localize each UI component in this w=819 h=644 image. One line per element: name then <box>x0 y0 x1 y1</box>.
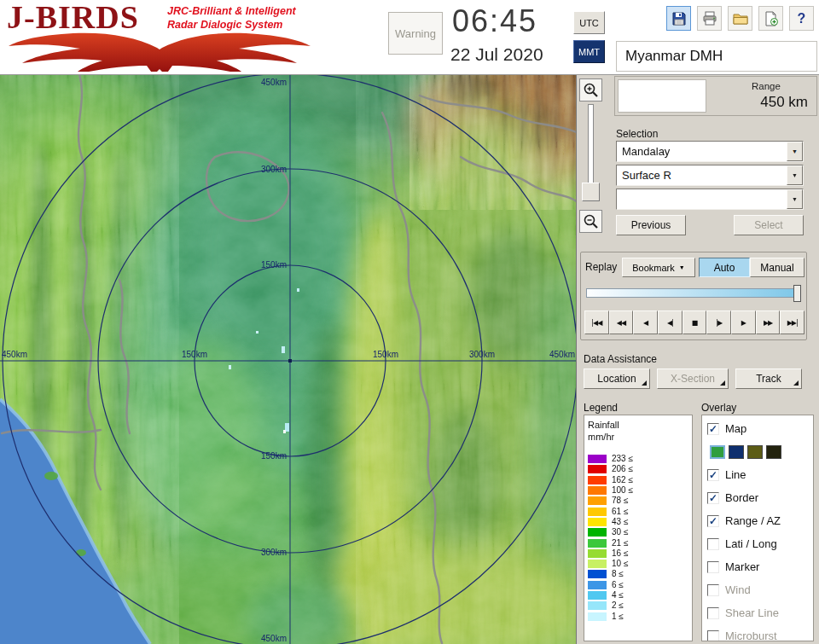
app-subtitle-line1: JRC-Brilliant & Intelligent <box>167 5 296 17</box>
playback-fast-forward-button[interactable]: ▶▶ <box>756 310 781 334</box>
help-button[interactable]: ? <box>789 6 814 31</box>
playback-jump-start-button[interactable]: |◀◀ <box>584 310 609 334</box>
manual-mode-button[interactable]: Manual <box>750 258 804 277</box>
checkbox-lati-long[interactable] <box>707 538 719 550</box>
legend-row: 21 ≤ <box>588 537 688 548</box>
extra-select[interactable]: ▼ <box>616 189 804 210</box>
legend-color-swatch <box>588 508 607 516</box>
legend-row: 16 ≤ <box>588 548 688 559</box>
export-button[interactable] <box>758 6 783 31</box>
select-button[interactable]: Select <box>734 215 804 235</box>
legend-row: 233 ≤ <box>588 454 688 464</box>
legend-title: Rainfall <box>588 420 688 430</box>
playback-back-button[interactable]: ◀ <box>633 310 658 334</box>
overlay-item-wind[interactable]: Wind <box>707 578 813 601</box>
overlay-label: Range / AZ <box>725 514 781 527</box>
range-display-box <box>618 79 706 113</box>
clock-date: 22 Jul 2020 <box>450 44 543 65</box>
site-select[interactable]: Mandalay ▼ <box>616 141 804 162</box>
legend-value: 30 ≤ <box>612 528 628 537</box>
legend-color-swatch <box>588 581 607 589</box>
overlay-item-line[interactable]: ✓Line <box>707 463 813 486</box>
legend-section-label: Legend <box>584 402 618 414</box>
zoom-slider-track[interactable] <box>588 104 594 189</box>
legend-value: 4 ≤ <box>612 591 624 600</box>
legend-color-swatch <box>588 528 607 537</box>
overlay-item-lati-long[interactable]: Lati / Long <box>707 532 813 555</box>
data-assistance-label: Data Assistance <box>584 353 657 365</box>
print-button[interactable] <box>697 6 722 31</box>
overlay-section-label: Overlay <box>701 402 736 414</box>
auto-mode-button[interactable]: Auto <box>699 258 750 277</box>
app-subtitle-line2: Radar Dialogic System <box>167 19 282 31</box>
checkbox-wind[interactable] <box>707 584 719 596</box>
zoom-out-icon <box>583 213 600 230</box>
previous-button[interactable]: Previous <box>616 215 686 235</box>
chevron-down-icon[interactable]: ▼ <box>787 142 803 161</box>
radar-site-marker <box>288 359 292 363</box>
overlay-label: Shear Line <box>725 606 779 619</box>
replay-timeline-slider[interactable] <box>586 288 801 298</box>
zoom-in-button[interactable] <box>579 78 602 102</box>
checkbox-microburst[interactable] <box>707 630 719 642</box>
save-button[interactable] <box>666 6 691 31</box>
checkbox-range-az[interactable]: ✓ <box>707 515 719 527</box>
playback-step-forward-button[interactable]: |▶ <box>706 310 731 334</box>
legend-color-swatch <box>588 570 607 578</box>
warning-button[interactable]: Warning <box>388 12 443 55</box>
xsection-button[interactable]: X-Section <box>657 368 729 389</box>
checkbox-marker[interactable] <box>707 561 719 573</box>
playback-jump-end-button[interactable]: ▶▶| <box>780 310 804 334</box>
legend-color-swatch <box>588 539 607 548</box>
legend-value: 61 ≤ <box>612 508 628 516</box>
checkbox-border[interactable]: ✓ <box>707 492 719 504</box>
overlay-item-map[interactable]: ✓Map <box>707 417 813 440</box>
map-style-swatch[interactable] <box>729 445 744 459</box>
track-button[interactable]: Track <box>735 368 802 389</box>
radar-map[interactable]: 450km 300km 150km 150km 300km 450km 450k… <box>0 75 577 644</box>
legend-color-swatch <box>588 560 607 568</box>
overlay-item-border[interactable]: ✓Border <box>707 486 813 509</box>
checkbox-map[interactable]: ✓ <box>707 423 719 435</box>
map-style-swatch[interactable] <box>710 445 725 459</box>
overlay-item-microburst[interactable]: Microburst <box>707 624 813 641</box>
logo: J-BIRDS JRC-Brilliant & Intelligent Rada… <box>5 2 316 73</box>
map-style-swatch[interactable] <box>747 445 763 459</box>
radar-map-canvas: 450km 300km 150km 150km 300km 450km 450k… <box>0 75 577 644</box>
playback-rewind-button[interactable]: ◀◀ <box>609 310 634 334</box>
map-style-swatch[interactable] <box>766 445 781 459</box>
playback-stop-button[interactable]: ■ <box>682 310 707 334</box>
zoom-slider-handle[interactable] <box>582 183 600 201</box>
chevron-down-icon[interactable]: ▼ <box>787 189 803 209</box>
playback-forward-button[interactable]: ▶ <box>731 310 756 334</box>
legend-row: 6 ≤ <box>588 580 688 590</box>
replay-slider-handle[interactable] <box>793 285 801 302</box>
overlay-label: Wind <box>725 583 751 596</box>
chevron-down-icon[interactable]: ▼ <box>787 165 803 185</box>
replay-label: Replay <box>585 261 617 273</box>
legend-value: 16 ≤ <box>612 549 628 558</box>
replay-group: Replay Bookmark ▼ Auto Manual |◀◀◀◀◀◀|■|… <box>580 252 807 340</box>
legend-color-swatch <box>588 518 607 526</box>
mmt-toggle-button[interactable]: MMT <box>573 40 605 63</box>
product-select-value: Surface R <box>617 169 787 182</box>
open-folder-button[interactable] <box>728 6 752 31</box>
legend-row: 206 ≤ <box>588 464 688 474</box>
bookmark-button[interactable]: Bookmark ▼ <box>622 258 695 277</box>
legend-color-swatch <box>588 455 607 463</box>
product-select[interactable]: Surface R ▼ <box>616 165 804 186</box>
zoom-out-button[interactable] <box>579 210 602 233</box>
range-readout: Range 450 km <box>614 76 817 116</box>
playback-step-back-button[interactable]: ◀| <box>658 310 682 334</box>
checkbox-shear-line[interactable] <box>707 607 719 619</box>
location-button[interactable]: Location <box>584 368 650 389</box>
overlay-item-marker[interactable]: Marker <box>707 555 813 578</box>
overlay-item-shear-line[interactable]: Shear Line <box>707 601 813 624</box>
ring-label-450-top: 450km <box>261 78 287 87</box>
overlay-item-range-az[interactable]: ✓Range / AZ <box>707 509 813 532</box>
checkbox-line[interactable]: ✓ <box>707 469 719 481</box>
legend-row: 1 ≤ <box>588 611 688 621</box>
legend-value: 100 ≤ <box>612 486 633 495</box>
legend-value: 162 ≤ <box>612 476 633 484</box>
utc-toggle-button[interactable]: UTC <box>573 11 605 34</box>
